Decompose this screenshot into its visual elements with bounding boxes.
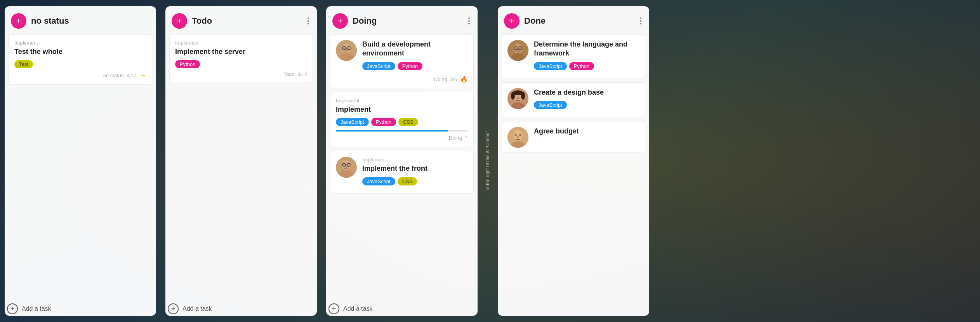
todo-menu-button[interactable] — [306, 16, 311, 26]
tag-javascript: JavaScript — [534, 62, 567, 70]
add-card-done-button[interactable]: + — [504, 13, 520, 29]
svg-point-29 — [513, 130, 523, 141]
table-row: Implement Implement the front JavaScript… — [330, 151, 474, 193]
card-status: Doing 3/6 — [434, 76, 457, 82]
table-row: Implement Implement JavaScript Python CS… — [330, 92, 474, 147]
add-card-no-status-button[interactable]: + — [11, 13, 26, 29]
svg-point-6 — [345, 49, 348, 51]
card-footer: no status 3/17 → — [14, 71, 146, 80]
card-status: Todo 3/12 — [283, 71, 307, 77]
table-row: Implement Implement the server Python To… — [169, 34, 313, 82]
card-title: Implement — [336, 105, 468, 114]
column-header-no-status: + no status — [5, 6, 156, 34]
card-tags: JavaScript CSS — [362, 177, 468, 185]
column-title-no-status: no status — [31, 16, 150, 26]
card-tags: JavaScript — [534, 101, 639, 109]
add-task-no-status[interactable]: + Add a task — [5, 299, 156, 316]
up-arrow-icon: ↑ — [464, 134, 468, 142]
column-no-status: + no status Implement Test the whole Tes… — [5, 6, 156, 316]
card-title: Build a development environment — [362, 40, 468, 58]
column-body-done: Determine the language and framework Jav… — [498, 34, 649, 316]
doing-menu-button[interactable] — [467, 16, 471, 26]
avatar — [336, 40, 357, 61]
column-header-done: + Done — [498, 6, 649, 34]
card-status: no status 3/17 — [103, 73, 136, 78]
tag-javascript: JavaScript — [534, 101, 567, 109]
card-content: Determine the language and framework Jav… — [534, 40, 639, 73]
card-footer: Doing ↑ — [336, 134, 468, 142]
card-title: Test the whole — [14, 47, 146, 56]
add-task-todo[interactable]: + Add a task — [165, 299, 317, 316]
add-task-icon: + — [328, 303, 339, 314]
column-todo: + Todo Implement Implement the server Py… — [165, 6, 317, 316]
avatar — [507, 88, 528, 109]
card-with-avatar: Determine the language and framework Jav… — [507, 40, 639, 73]
card-content: Create a design base JavaScript — [534, 88, 639, 112]
card-title: Implement the front — [362, 164, 468, 173]
done-menu-button[interactable] — [638, 16, 643, 26]
card-content: Build a development environment JavaScri… — [362, 40, 468, 73]
tag-python: Python — [398, 62, 422, 70]
card-with-avatar: Build a development environment JavaScri… — [336, 40, 468, 73]
card-category: Implement — [336, 98, 468, 104]
svg-point-20 — [517, 49, 519, 51]
progress-bar-container — [336, 130, 468, 132]
card-status: Doing — [449, 135, 462, 141]
add-card-doing-button[interactable]: + — [332, 13, 348, 29]
add-task-icon: + — [168, 303, 179, 314]
card-with-avatar: Create a design base JavaScript — [507, 88, 639, 112]
card-footer: Doing 3/6 🔥 — [336, 76, 468, 83]
card-content: Agree budget — [534, 127, 639, 140]
column-header-todo: + Todo — [165, 6, 317, 34]
add-task-doing[interactable]: + Add a task — [326, 299, 478, 316]
column-title-doing: Doing — [353, 16, 462, 26]
tag-css: CSS — [398, 177, 417, 185]
add-task-label: Add a task — [343, 305, 373, 312]
card-tags: JavaScript Python CSS — [336, 118, 468, 126]
card-tags: JavaScript Python — [534, 62, 639, 70]
card-tags: Python — [175, 60, 307, 68]
card-category: Implement — [175, 40, 307, 46]
card-title: Create a design base — [534, 88, 639, 97]
card-title: Determine the language and framework — [534, 40, 639, 58]
sideways-label: To the right of this is "Closed" — [485, 131, 490, 191]
svg-point-33 — [520, 134, 521, 136]
avatar — [507, 40, 528, 61]
tag-javascript: JavaScript — [362, 62, 395, 70]
avatar — [507, 127, 528, 148]
column-doing: + Doing — [326, 6, 478, 316]
card-arrow-icon: → — [139, 71, 146, 80]
svg-point-27 — [513, 90, 523, 95]
card-tags: JavaScript Python — [362, 62, 468, 70]
column-body-no-status: Implement Test the whole Test no status … — [5, 34, 156, 299]
card-footer: Todo 3/12 — [175, 71, 307, 77]
tag-python: Python — [371, 118, 396, 126]
table-row: Agree budget — [502, 121, 645, 153]
svg-point-24 — [517, 97, 519, 99]
column-body-todo: Implement Implement the server Python To… — [165, 34, 317, 299]
progress-bar-fill — [336, 130, 448, 132]
card-category: Implement — [14, 40, 146, 46]
svg-point-32 — [515, 134, 517, 136]
card-with-avatar: Implement Implement the front JavaScript… — [336, 157, 468, 188]
add-task-label: Add a task — [182, 305, 212, 312]
column-header-doing: + Doing — [326, 6, 478, 34]
card-category: Implement — [362, 157, 468, 163]
tag-javascript: JavaScript — [362, 177, 395, 185]
add-card-todo-button[interactable]: + — [172, 13, 187, 29]
add-task-label: Add a task — [22, 305, 51, 312]
svg-point-13 — [345, 166, 348, 168]
card-title: Implement the server — [175, 47, 307, 56]
tag-css: CSS — [398, 118, 418, 126]
tag-test: Test — [14, 60, 33, 68]
column-title-todo: Todo — [192, 16, 301, 26]
svg-point-31 — [517, 136, 519, 138]
table-row: Implement Test the whole Test no status … — [9, 34, 152, 85]
sideways-label-col: To the right of this is "Closed" — [482, 6, 493, 316]
card-tags: Test — [14, 60, 146, 68]
avatar — [336, 157, 357, 178]
column-done: + Done — [498, 6, 649, 316]
fire-icon: 🔥 — [460, 76, 468, 83]
tag-python: Python — [175, 60, 200, 68]
table-row: Create a design base JavaScript — [502, 82, 645, 117]
